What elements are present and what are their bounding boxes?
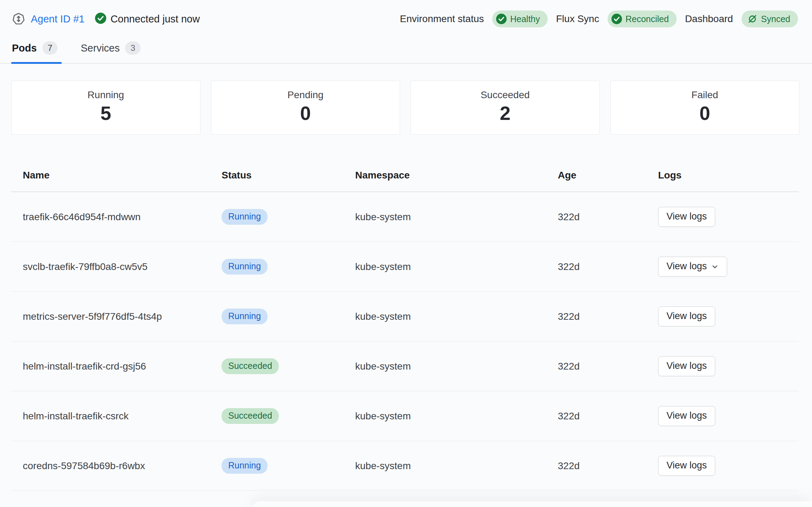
namespace-cell: kube-system	[344, 192, 546, 242]
column-header-namespace: Namespace	[344, 158, 546, 192]
check-circle-icon	[496, 14, 507, 24]
tab-bar: Pods 7 Services 3	[0, 39, 812, 64]
summary-card: Failed 0	[610, 81, 800, 135]
table-row: traefik-66c46d954f-mdwwn Running kube-sy…	[11, 192, 799, 242]
card-value: 2	[411, 102, 600, 124]
card-label: Succeeded	[411, 89, 600, 101]
reconciled-badge: Reconciled	[608, 11, 677, 27]
view-logs-label: View logs	[666, 460, 707, 471]
table-row: metrics-server-5f9f776df5-4ts4p Running …	[11, 292, 799, 342]
table-body: traefik-66c46d954f-mdwwn Running kube-sy…	[11, 192, 799, 507]
table-header-row: Name Status Namespace Age Logs	[11, 158, 799, 192]
check-circle-icon	[611, 14, 622, 24]
view-logs-button[interactable]: View logs	[658, 257, 727, 277]
table-row: svclb-traefik-79ffb0a8-cw5v5 Running kub…	[11, 242, 799, 292]
card-label: Failed	[611, 89, 799, 101]
namespace-cell: kube-system	[344, 292, 546, 342]
card-value: 5	[12, 102, 200, 124]
status-badge: Succeeded	[222, 408, 279, 424]
summary-card: Succeeded 2	[411, 81, 600, 135]
age-cell: 322d	[546, 391, 647, 441]
bottom-panel-edge	[252, 501, 812, 507]
column-header-age: Age	[546, 158, 647, 192]
sync-link-icon	[747, 14, 758, 24]
age-cell: 322d	[546, 292, 647, 342]
tab-pods[interactable]: Pods 7	[11, 39, 62, 63]
status-badge: Running	[222, 259, 268, 275]
agent-id-link[interactable]: Agent ID #1	[31, 13, 84, 25]
column-header-name: Name	[11, 158, 210, 192]
status-badge: Succeeded	[222, 358, 279, 374]
tab-services[interactable]: Services 3	[80, 39, 145, 63]
agent-icon	[12, 12, 25, 26]
view-logs-label: View logs	[666, 211, 707, 222]
age-cell: 322d	[546, 242, 647, 292]
flux-sync-label: Flux Sync	[556, 13, 599, 25]
view-logs-button[interactable]: View logs	[658, 306, 715, 326]
pods-count-badge: 7	[42, 41, 57, 55]
pod-name: helm-install-traefik-crd-gsj56	[11, 342, 210, 391]
age-cell: 322d	[546, 342, 647, 391]
table-row: helm-install-traefik-crd-gsj56 Succeeded…	[11, 342, 799, 391]
view-logs-label: View logs	[666, 360, 707, 371]
card-value: 0	[611, 102, 799, 124]
table-row: coredns-597584b69b-r6wbx Running kube-sy…	[11, 441, 799, 491]
pod-name: coredns-597584b69b-r6wbx	[11, 441, 210, 491]
card-value: 0	[211, 102, 400, 124]
view-logs-button[interactable]: View logs	[658, 456, 715, 476]
namespace-cell: kube-system	[344, 441, 546, 491]
card-label: Running	[12, 89, 200, 101]
summary-card: Running 5	[11, 81, 201, 135]
dashboard-label: Dashboard	[685, 13, 733, 25]
age-cell: 322d	[546, 441, 647, 491]
namespace-cell: kube-system	[344, 391, 546, 441]
connection-status-text: Connected just now	[110, 13, 200, 25]
status-badge: Running	[222, 458, 268, 474]
status-badge: Running	[222, 309, 268, 324]
pods-table: Name Status Namespace Age Logs traefik-6…	[11, 158, 799, 507]
view-logs-button[interactable]: View logs	[658, 207, 715, 227]
column-header-status: Status	[210, 158, 344, 192]
pod-name: traefik-66c46d954f-mdwwn	[11, 192, 210, 242]
summary-cards: Running 5 Pending 0 Succeeded 2 Failed 0	[11, 81, 799, 135]
view-logs-label: View logs	[666, 261, 707, 272]
connected-check-icon	[95, 13, 106, 25]
table-row: helm-install-traefik-csrck Succeeded kub…	[11, 391, 799, 441]
view-logs-button[interactable]: View logs	[658, 406, 715, 426]
status-badge: Running	[222, 209, 268, 225]
pod-name: metrics-server-5f9f776df5-4ts4p	[11, 292, 210, 342]
view-logs-button[interactable]: View logs	[658, 356, 715, 376]
pod-name: helm-install-traefik-csrck	[11, 391, 210, 441]
view-logs-label: View logs	[666, 410, 707, 421]
age-cell: 322d	[546, 192, 647, 242]
environment-status-label: Environment status	[400, 13, 484, 25]
synced-badge: Synced	[742, 11, 798, 27]
card-label: Pending	[211, 89, 400, 101]
top-bar: Agent ID #1 Connected just now Environme…	[0, 0, 812, 27]
services-count-badge: 3	[125, 41, 140, 55]
chevron-down-icon	[711, 263, 719, 271]
pod-name: svclb-traefik-79ffb0a8-cw5v5	[11, 242, 210, 292]
namespace-cell: kube-system	[344, 242, 546, 292]
namespace-cell: kube-system	[344, 342, 546, 391]
summary-card: Pending 0	[211, 81, 400, 135]
healthy-badge: Healthy	[492, 11, 548, 27]
column-header-logs: Logs	[647, 158, 799, 192]
view-logs-label: View logs	[666, 311, 707, 322]
pod-name: local-path-provisioner-79f67d76f8-sl8jw	[11, 491, 210, 507]
